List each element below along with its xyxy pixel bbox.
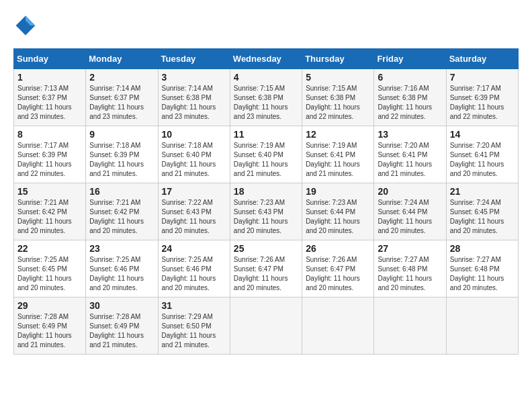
calendar-cell: 23 Sunrise: 7:25 AM Sunset: 6:46 PM Dayl… bbox=[86, 240, 158, 298]
day-number: 13 bbox=[378, 129, 442, 140]
calendar-cell: 16 Sunrise: 7:21 AM Sunset: 6:42 PM Dayl… bbox=[86, 183, 158, 240]
day-info: Sunrise: 7:14 AM Sunset: 6:37 PM Dayligh… bbox=[89, 84, 154, 122]
calendar-table: SundayMondayTuesdayWednesdayThursdayFrid… bbox=[13, 48, 519, 355]
calendar-cell: 30 Sunrise: 7:28 AM Sunset: 6:49 PM Dayl… bbox=[86, 298, 158, 355]
logo-icon bbox=[13, 13, 38, 38]
day-number: 25 bbox=[234, 243, 298, 254]
calendar-cell: 31 Sunrise: 7:29 AM Sunset: 6:50 PM Dayl… bbox=[158, 298, 230, 355]
day-number: 3 bbox=[162, 72, 226, 83]
calendar-cell bbox=[374, 298, 446, 355]
calendar-header: SundayMondayTuesdayWednesdayThursdayFrid… bbox=[14, 49, 519, 69]
calendar-week-5: 29 Sunrise: 7:28 AM Sunset: 6:49 PM Dayl… bbox=[14, 298, 519, 355]
calendar-cell: 15 Sunrise: 7:21 AM Sunset: 6:42 PM Dayl… bbox=[14, 183, 86, 240]
calendar-cell: 3 Sunrise: 7:14 AM Sunset: 6:38 PM Dayli… bbox=[158, 69, 230, 126]
calendar-cell: 12 Sunrise: 7:19 AM Sunset: 6:41 PM Dayl… bbox=[302, 126, 374, 183]
calendar-cell: 2 Sunrise: 7:14 AM Sunset: 6:37 PM Dayli… bbox=[86, 69, 158, 126]
calendar-cell: 21 Sunrise: 7:24 AM Sunset: 6:45 PM Dayl… bbox=[446, 183, 518, 240]
day-info: Sunrise: 7:26 AM Sunset: 6:47 PM Dayligh… bbox=[306, 255, 370, 293]
calendar-cell: 10 Sunrise: 7:18 AM Sunset: 6:40 PM Dayl… bbox=[158, 126, 230, 183]
day-info: Sunrise: 7:28 AM Sunset: 6:49 PM Dayligh… bbox=[17, 312, 82, 350]
day-info: Sunrise: 7:13 AM Sunset: 6:37 PM Dayligh… bbox=[17, 84, 82, 122]
calendar-cell: 13 Sunrise: 7:20 AM Sunset: 6:41 PM Dayl… bbox=[374, 126, 446, 183]
calendar-week-1: 1 Sunrise: 7:13 AM Sunset: 6:37 PM Dayli… bbox=[14, 69, 519, 126]
day-number: 1 bbox=[17, 72, 82, 83]
day-number: 18 bbox=[234, 186, 298, 197]
header-cell-tuesday: Tuesday bbox=[158, 49, 230, 69]
calendar-cell bbox=[230, 298, 302, 355]
calendar-cell: 9 Sunrise: 7:18 AM Sunset: 6:39 PM Dayli… bbox=[86, 126, 158, 183]
day-info: Sunrise: 7:21 AM Sunset: 6:42 PM Dayligh… bbox=[89, 198, 154, 236]
day-number: 26 bbox=[306, 243, 370, 254]
header-cell-sunday: Sunday bbox=[14, 49, 86, 69]
day-info: Sunrise: 7:27 AM Sunset: 6:48 PM Dayligh… bbox=[378, 255, 442, 293]
day-info: Sunrise: 7:18 AM Sunset: 6:40 PM Dayligh… bbox=[162, 141, 226, 179]
calendar-cell: 4 Sunrise: 7:15 AM Sunset: 6:38 PM Dayli… bbox=[230, 69, 302, 126]
day-info: Sunrise: 7:25 AM Sunset: 6:46 PM Dayligh… bbox=[162, 255, 226, 293]
day-number: 31 bbox=[162, 300, 226, 311]
day-number: 9 bbox=[89, 129, 154, 140]
day-info: Sunrise: 7:29 AM Sunset: 6:50 PM Dayligh… bbox=[162, 312, 226, 350]
day-info: Sunrise: 7:14 AM Sunset: 6:38 PM Dayligh… bbox=[162, 84, 226, 122]
day-number: 20 bbox=[378, 186, 442, 197]
day-number: 2 bbox=[89, 72, 154, 83]
day-info: Sunrise: 7:23 AM Sunset: 6:43 PM Dayligh… bbox=[234, 198, 298, 236]
day-info: Sunrise: 7:26 AM Sunset: 6:47 PM Dayligh… bbox=[234, 255, 298, 293]
calendar-cell bbox=[446, 298, 518, 355]
calendar-cell: 17 Sunrise: 7:22 AM Sunset: 6:43 PM Dayl… bbox=[158, 183, 230, 240]
day-number: 17 bbox=[162, 186, 226, 197]
calendar-cell: 24 Sunrise: 7:25 AM Sunset: 6:46 PM Dayl… bbox=[158, 240, 230, 298]
day-info: Sunrise: 7:28 AM Sunset: 6:49 PM Dayligh… bbox=[89, 312, 154, 350]
calendar-cell: 20 Sunrise: 7:24 AM Sunset: 6:44 PM Dayl… bbox=[374, 183, 446, 240]
day-number: 22 bbox=[17, 243, 82, 254]
calendar-cell: 25 Sunrise: 7:26 AM Sunset: 6:47 PM Dayl… bbox=[230, 240, 302, 298]
day-info: Sunrise: 7:19 AM Sunset: 6:40 PM Dayligh… bbox=[234, 141, 298, 179]
day-number: 29 bbox=[17, 300, 82, 311]
calendar-cell: 7 Sunrise: 7:17 AM Sunset: 6:39 PM Dayli… bbox=[446, 69, 518, 126]
calendar-cell: 18 Sunrise: 7:23 AM Sunset: 6:43 PM Dayl… bbox=[230, 183, 302, 240]
logo bbox=[13, 13, 42, 38]
day-number: 12 bbox=[306, 129, 370, 140]
day-info: Sunrise: 7:18 AM Sunset: 6:39 PM Dayligh… bbox=[89, 141, 154, 179]
header-cell-wednesday: Wednesday bbox=[230, 49, 302, 69]
calendar-cell: 26 Sunrise: 7:26 AM Sunset: 6:47 PM Dayl… bbox=[302, 240, 374, 298]
header-cell-thursday: Thursday bbox=[302, 49, 374, 69]
header-cell-monday: Monday bbox=[86, 49, 158, 69]
day-number: 28 bbox=[450, 243, 515, 254]
day-number: 14 bbox=[450, 129, 515, 140]
day-info: Sunrise: 7:20 AM Sunset: 6:41 PM Dayligh… bbox=[378, 141, 442, 179]
day-info: Sunrise: 7:22 AM Sunset: 6:43 PM Dayligh… bbox=[162, 198, 226, 236]
day-number: 6 bbox=[378, 72, 442, 83]
header-cell-saturday: Saturday bbox=[446, 49, 518, 69]
calendar-cell: 27 Sunrise: 7:27 AM Sunset: 6:48 PM Dayl… bbox=[374, 240, 446, 298]
day-info: Sunrise: 7:24 AM Sunset: 6:45 PM Dayligh… bbox=[450, 198, 515, 236]
calendar-cell: 29 Sunrise: 7:28 AM Sunset: 6:49 PM Dayl… bbox=[14, 298, 86, 355]
day-number: 8 bbox=[17, 129, 82, 140]
day-number: 30 bbox=[89, 300, 154, 311]
day-info: Sunrise: 7:19 AM Sunset: 6:41 PM Dayligh… bbox=[306, 141, 370, 179]
calendar-cell: 22 Sunrise: 7:25 AM Sunset: 6:45 PM Dayl… bbox=[14, 240, 86, 298]
day-number: 27 bbox=[378, 243, 442, 254]
day-info: Sunrise: 7:20 AM Sunset: 6:41 PM Dayligh… bbox=[450, 141, 515, 179]
day-number: 24 bbox=[162, 243, 226, 254]
calendar-cell bbox=[302, 298, 374, 355]
day-number: 19 bbox=[306, 186, 370, 197]
header-row: SundayMondayTuesdayWednesdayThursdayFrid… bbox=[14, 49, 519, 69]
day-info: Sunrise: 7:21 AM Sunset: 6:42 PM Dayligh… bbox=[17, 198, 82, 236]
day-info: Sunrise: 7:15 AM Sunset: 6:38 PM Dayligh… bbox=[306, 84, 370, 122]
calendar-week-2: 8 Sunrise: 7:17 AM Sunset: 6:39 PM Dayli… bbox=[14, 126, 519, 183]
day-number: 15 bbox=[17, 186, 82, 197]
day-number: 11 bbox=[234, 129, 298, 140]
day-info: Sunrise: 7:24 AM Sunset: 6:44 PM Dayligh… bbox=[378, 198, 442, 236]
calendar-cell: 28 Sunrise: 7:27 AM Sunset: 6:48 PM Dayl… bbox=[446, 240, 518, 298]
day-number: 7 bbox=[450, 72, 515, 83]
calendar-cell: 19 Sunrise: 7:23 AM Sunset: 6:44 PM Dayl… bbox=[302, 183, 374, 240]
calendar-week-4: 22 Sunrise: 7:25 AM Sunset: 6:45 PM Dayl… bbox=[14, 240, 519, 298]
day-info: Sunrise: 7:25 AM Sunset: 6:45 PM Dayligh… bbox=[17, 255, 82, 293]
day-number: 21 bbox=[450, 186, 515, 197]
day-number: 4 bbox=[234, 72, 298, 83]
day-number: 10 bbox=[162, 129, 226, 140]
day-info: Sunrise: 7:17 AM Sunset: 6:39 PM Dayligh… bbox=[17, 141, 82, 179]
day-info: Sunrise: 7:25 AM Sunset: 6:46 PM Dayligh… bbox=[89, 255, 154, 293]
day-info: Sunrise: 7:15 AM Sunset: 6:38 PM Dayligh… bbox=[234, 84, 298, 122]
day-info: Sunrise: 7:23 AM Sunset: 6:44 PM Dayligh… bbox=[306, 198, 370, 236]
